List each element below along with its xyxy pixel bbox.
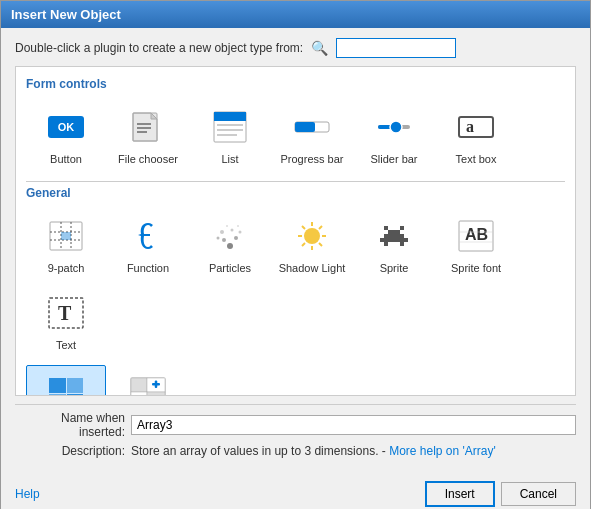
svg-line-42 bbox=[319, 226, 322, 229]
sprite-label: Sprite bbox=[380, 261, 409, 275]
title-bar: Insert New Object bbox=[1, 1, 590, 28]
sprite-font-icon: AB bbox=[455, 215, 497, 257]
item-function[interactable]: Function bbox=[108, 208, 188, 282]
particles-icon bbox=[209, 215, 251, 257]
svg-rect-59 bbox=[49, 394, 66, 396]
svg-rect-64 bbox=[131, 392, 147, 396]
svg-point-17 bbox=[390, 121, 402, 133]
svg-point-34 bbox=[237, 225, 239, 227]
svg-rect-44 bbox=[384, 226, 388, 230]
svg-rect-47 bbox=[384, 234, 404, 238]
item-button[interactable]: OK Button bbox=[26, 99, 106, 173]
sprite-font-label: Sprite font bbox=[451, 261, 501, 275]
progress-bar-label: Progress bar bbox=[281, 152, 344, 166]
help-link[interactable]: Help bbox=[15, 487, 40, 501]
description-label: Description: bbox=[15, 444, 125, 458]
items-scroll-container[interactable]: Form controls OK Button bbox=[15, 66, 576, 396]
file-chooser-label: File chooser bbox=[118, 152, 178, 166]
dialog-title: Insert New Object bbox=[11, 7, 121, 22]
svg-line-43 bbox=[302, 243, 305, 246]
9-patch-label: 9-patch bbox=[48, 261, 85, 275]
buttons-row: Help Insert Cancel bbox=[15, 477, 576, 509]
item-text-box[interactable]: a Text box bbox=[436, 99, 516, 173]
tiled-grid: Tiled Background bbox=[20, 363, 571, 396]
svg-text:a: a bbox=[466, 118, 474, 135]
slider-bar-icon bbox=[373, 106, 415, 148]
section-form-controls: Form controls bbox=[26, 77, 565, 91]
svg-point-30 bbox=[231, 229, 234, 232]
item-tiled-background[interactable]: Tiled Background bbox=[26, 365, 106, 396]
function-label: Function bbox=[127, 261, 169, 275]
search-input[interactable] bbox=[336, 38, 456, 58]
svg-rect-49 bbox=[384, 242, 388, 246]
search-icon: 🔍 bbox=[311, 40, 328, 56]
list-label: List bbox=[221, 152, 238, 166]
svg-text:OK: OK bbox=[58, 121, 75, 133]
description-text: Store an array of values in up to 3 dime… bbox=[131, 444, 576, 458]
svg-line-40 bbox=[302, 226, 305, 229]
item-sprite[interactable]: Sprite bbox=[354, 208, 434, 282]
svg-point-26 bbox=[227, 243, 233, 249]
tiled-background-icon bbox=[45, 372, 87, 396]
text-box-label: Text box bbox=[456, 152, 497, 166]
insert-button[interactable]: Insert bbox=[425, 481, 495, 507]
name-label: Name when inserted: bbox=[15, 411, 125, 439]
description-row: Description: Store an array of values in… bbox=[15, 444, 576, 458]
text-box-icon: a bbox=[455, 106, 497, 148]
svg-rect-57 bbox=[49, 378, 66, 393]
progress-bar-icon bbox=[291, 106, 333, 148]
button-label: Button bbox=[50, 152, 82, 166]
svg-point-33 bbox=[226, 225, 228, 227]
file-chooser-icon bbox=[127, 106, 169, 148]
bottom-section: Name when inserted: Description: Store a… bbox=[15, 404, 576, 469]
svg-rect-45 bbox=[400, 226, 404, 230]
description-link[interactable]: More help on 'Array' bbox=[389, 444, 496, 458]
function-icon bbox=[127, 215, 169, 257]
item-9-patch[interactable]: 9-patch bbox=[26, 208, 106, 282]
svg-rect-58 bbox=[67, 378, 83, 393]
svg-rect-10 bbox=[217, 124, 243, 126]
list-icon bbox=[209, 106, 251, 148]
item-particles[interactable]: Particles bbox=[190, 208, 270, 282]
button-icon: OK bbox=[45, 106, 87, 148]
item-progress-bar[interactable]: Progress bar bbox=[272, 99, 352, 173]
svg-point-27 bbox=[222, 238, 226, 242]
svg-rect-11 bbox=[217, 129, 243, 131]
particles-label: Particles bbox=[209, 261, 251, 275]
svg-rect-25 bbox=[61, 232, 71, 240]
svg-text:AB: AB bbox=[465, 226, 488, 243]
text-label: Text bbox=[56, 338, 76, 352]
item-text[interactable]: T Text bbox=[26, 285, 106, 359]
svg-rect-46 bbox=[388, 230, 400, 234]
svg-rect-5 bbox=[137, 123, 151, 125]
instruction-text: Double-click a plugin to create a new ob… bbox=[15, 41, 303, 55]
item-slider-bar[interactable]: Slider bar bbox=[354, 99, 434, 173]
text-icon: T bbox=[45, 292, 87, 334]
name-input[interactable] bbox=[131, 415, 576, 435]
dialog-body: Double-click a plugin to create a new ob… bbox=[1, 28, 590, 509]
sprite-icon bbox=[373, 215, 415, 257]
svg-line-41 bbox=[319, 243, 322, 246]
svg-point-31 bbox=[239, 231, 242, 234]
item-list[interactable]: List bbox=[190, 99, 270, 173]
svg-rect-60 bbox=[67, 394, 83, 396]
general-grid: 9-patch Function bbox=[20, 204, 571, 363]
item-shadow-light[interactable]: Shadow Light bbox=[272, 208, 352, 282]
shadow-light-icon bbox=[291, 215, 333, 257]
svg-rect-48 bbox=[380, 238, 408, 242]
cancel-button[interactable]: Cancel bbox=[501, 482, 576, 506]
instruction-row: Double-click a plugin to create a new ob… bbox=[15, 38, 576, 58]
svg-rect-14 bbox=[295, 122, 315, 132]
item-tilemap[interactable]: Tilemap bbox=[108, 365, 188, 396]
svg-rect-62 bbox=[131, 378, 147, 392]
slider-bar-label: Slider bar bbox=[370, 152, 417, 166]
item-sprite-font[interactable]: AB Sprite font bbox=[436, 208, 516, 282]
item-file-chooser[interactable]: File chooser bbox=[108, 99, 188, 173]
9-patch-icon bbox=[45, 215, 87, 257]
svg-rect-7 bbox=[137, 131, 147, 133]
svg-rect-9 bbox=[214, 112, 246, 121]
tilemap-icon bbox=[127, 372, 169, 396]
section-general: General bbox=[26, 186, 565, 200]
form-controls-grid: OK Button bbox=[20, 95, 571, 177]
name-row: Name when inserted: bbox=[15, 411, 576, 439]
